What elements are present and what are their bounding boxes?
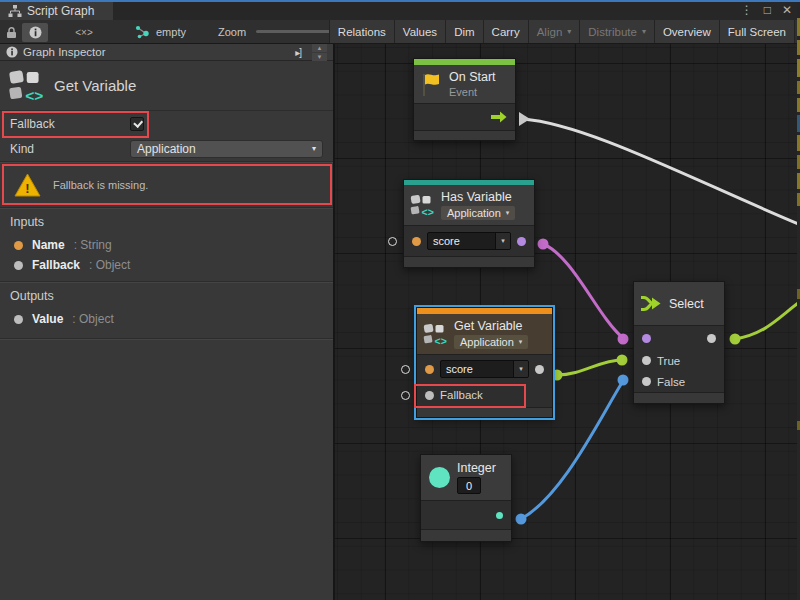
- true-port-label: True: [657, 355, 680, 367]
- inspector-title: Graph Inspector: [23, 46, 105, 58]
- carry-button[interactable]: Carry: [483, 20, 528, 43]
- chevron-down-icon[interactable]: ▾: [513, 361, 528, 377]
- node-get-variable[interactable]: <> Get Variable Application ▾ score ▾: [416, 307, 553, 418]
- kind-value: Application: [137, 142, 312, 156]
- string-port-icon: [14, 241, 23, 250]
- chevron-down-icon[interactable]: ▾: [495, 233, 510, 249]
- scroll-up-icon[interactable]: ▲: [312, 44, 327, 52]
- kind-label: Kind: [10, 142, 130, 156]
- fallback-port-label: Fallback: [440, 389, 483, 401]
- bool-output-port[interactable]: [517, 237, 526, 246]
- value-output-port[interactable]: [535, 365, 544, 374]
- object-port-icon: [14, 261, 23, 270]
- align-dropdown[interactable]: Align ▾: [528, 20, 580, 43]
- integer-output-port[interactable]: [496, 512, 503, 519]
- false-input-port[interactable]: [642, 377, 651, 386]
- code-view-button[interactable]: <×>: [66, 23, 102, 42]
- values-button[interactable]: Values: [394, 20, 445, 43]
- graph-reference-icon: [135, 25, 150, 39]
- tab-title: Script Graph: [27, 4, 94, 18]
- integer-type-icon: [429, 467, 450, 488]
- fallback-option-row: Fallback: [0, 111, 333, 136]
- select-merge-icon: [640, 293, 662, 314]
- window-menu-icon[interactable]: ⋮: [741, 2, 753, 18]
- fallback-checkbox[interactable]: [130, 117, 144, 131]
- tab-script-graph[interactable]: Script Graph: [0, 2, 113, 20]
- fullscreen-button[interactable]: Full Screen: [719, 20, 795, 43]
- fallback-input-port[interactable]: [425, 391, 434, 400]
- node-title: Has Variable: [441, 190, 512, 204]
- node-integer[interactable]: Integer 0: [420, 454, 512, 542]
- unconnected-port-ring: [401, 391, 410, 400]
- node-footer: [414, 130, 515, 140]
- divider: [0, 338, 333, 340]
- io-row-value: Value : Object: [0, 309, 333, 329]
- node-footer: [417, 407, 552, 417]
- kind-dropdown[interactable]: Application ▾: [130, 140, 323, 158]
- maximize-icon[interactable]: □: [764, 2, 771, 18]
- wire-endpoint: [538, 239, 549, 250]
- graph-inspector-panel: Graph Inspector ▸] ▲ ▼ <> Get Variable F…: [0, 44, 335, 600]
- node-title: Get Variable: [454, 319, 523, 333]
- inspector-header: Graph Inspector ▸] ▲ ▼: [0, 44, 333, 61]
- lock-button[interactable]: [3, 23, 20, 42]
- io-row-name: Name : String: [0, 235, 333, 255]
- variables-icon: <>: [8, 69, 44, 103]
- wire-endpoint: [617, 355, 628, 366]
- node-subtitle: Event: [449, 86, 477, 98]
- overview-button[interactable]: Overview: [654, 20, 719, 43]
- kind-pill-dropdown[interactable]: Application ▾: [441, 206, 515, 220]
- control-wire-start-arrow: [519, 112, 530, 126]
- lock-icon: [6, 26, 17, 39]
- warning-row: ! Fallback is missing.: [0, 163, 333, 207]
- node-footer: [634, 392, 724, 403]
- selection-output-port[interactable]: [707, 334, 716, 343]
- toolbar-buttons: Relations Values Dim Carry Align ▾ Distr…: [329, 20, 795, 43]
- control-output-port[interactable]: [490, 111, 507, 123]
- variable-name-field[interactable]: score ▾: [427, 232, 511, 250]
- dock-panel-icon[interactable]: ▸]: [295, 47, 301, 58]
- chevron-down-icon: ▾: [567, 27, 571, 36]
- graph-reference-label[interactable]: empty: [156, 26, 186, 38]
- flag-icon: [420, 72, 442, 97]
- node-title: Integer: [457, 461, 496, 475]
- condition-input-port[interactable]: [642, 334, 651, 343]
- integer-value-field[interactable]: 0: [457, 477, 481, 494]
- kind-row: Kind Application ▾: [0, 136, 333, 161]
- panel-scroll-buttons: ▲ ▼: [312, 44, 327, 61]
- wire-endpoint: [552, 370, 563, 381]
- variables-icon: <>: [423, 323, 447, 346]
- svg-text:<>: <>: [422, 205, 434, 217]
- inputs-header: Inputs: [0, 209, 333, 235]
- unconnected-port-ring: [401, 365, 410, 374]
- code-icon: <×>: [75, 27, 93, 38]
- relations-button[interactable]: Relations: [329, 20, 394, 43]
- zoom-label: Zoom: [218, 26, 246, 38]
- kind-pill-dropdown[interactable]: Application ▾: [454, 335, 528, 349]
- wire-endpoint: [516, 514, 527, 525]
- io-row-fallback: Fallback : Object: [0, 255, 333, 275]
- node-has-variable[interactable]: <> Has Variable Application ▾ score ▾: [403, 179, 535, 268]
- true-input-port[interactable]: [642, 356, 651, 365]
- wire-select-output: [735, 301, 800, 339]
- distribute-dropdown[interactable]: Distribute ▾: [579, 20, 654, 43]
- outputs-header: Outputs: [0, 283, 333, 309]
- graph-canvas[interactable]: On Start Event: [335, 44, 800, 600]
- chevron-down-icon: ▾: [312, 144, 316, 153]
- fallback-option-label: Fallback: [10, 117, 130, 131]
- wire-getvariable-select-true: [557, 360, 622, 375]
- node-on-start[interactable]: On Start Event: [413, 58, 516, 141]
- svg-text:!: !: [25, 181, 29, 196]
- info-toggle-button[interactable]: [22, 23, 48, 42]
- name-input-port[interactable]: [412, 237, 421, 246]
- dim-button[interactable]: Dim: [445, 20, 482, 43]
- wire-hasvariable-select: [543, 244, 623, 338]
- close-icon[interactable]: ✕: [782, 2, 792, 18]
- variable-name-field[interactable]: score ▾: [440, 360, 529, 378]
- false-port-label: False: [657, 376, 685, 388]
- name-input-port[interactable]: [425, 365, 434, 374]
- node-select[interactable]: Select True False: [633, 281, 725, 404]
- scroll-down-icon[interactable]: ▼: [312, 53, 327, 61]
- window-controls: ⋮ □ ✕: [741, 2, 792, 18]
- graph-hierarchy-icon: [8, 5, 22, 18]
